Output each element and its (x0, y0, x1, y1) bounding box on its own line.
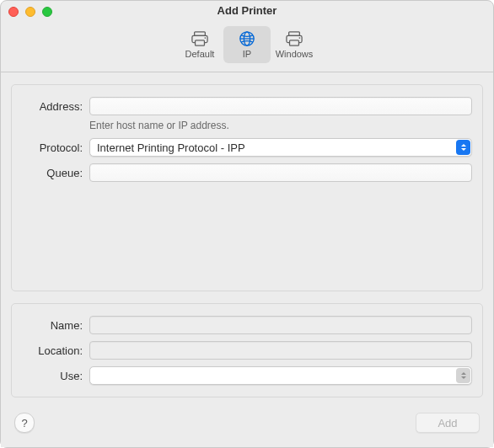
use-label: Use: (22, 370, 89, 382)
printer-icon (191, 30, 209, 47)
svg-rect-2 (196, 40, 205, 45)
queue-label: Queue: (22, 167, 89, 179)
network-panel: Address: Enter host name or IP address. … (11, 84, 483, 291)
queue-input[interactable] (89, 163, 472, 182)
name-label: Name: (22, 319, 89, 332)
protocol-select[interactable]: Internet Printing Protocol - IPP (89, 138, 472, 157)
toolbar: Default IP (1, 23, 493, 72)
location-input[interactable] (89, 341, 472, 360)
toolbar-item-label: Windows (276, 49, 314, 59)
add-printer-window: Add Printer Default (0, 0, 494, 448)
toolbar-item-label: IP (243, 49, 251, 59)
chevron-up-down-icon (456, 140, 470, 155)
window-title: Add Printer (1, 4, 493, 17)
address-label: Address: (22, 100, 89, 113)
svg-point-10 (299, 37, 301, 39)
identity-panel: Name: Location: Use: (11, 303, 483, 397)
toolbar-item-default[interactable]: Default (176, 26, 223, 63)
footer: ? Add (1, 398, 493, 447)
svg-point-3 (205, 37, 207, 39)
use-select[interactable] (89, 366, 472, 385)
toolbar-item-label: Default (185, 49, 215, 59)
svg-rect-9 (290, 40, 299, 45)
toolbar-item-ip[interactable]: IP (223, 26, 271, 63)
body: Address: Enter host name or IP address. … (1, 72, 493, 447)
location-label: Location: (22, 344, 89, 357)
toolbar-item-windows[interactable]: Windows (271, 26, 318, 63)
toolbar-segment: Default IP (176, 26, 318, 63)
protocol-label: Protocol: (22, 141, 89, 154)
globe-icon (238, 30, 256, 47)
printer-icon (285, 30, 303, 47)
address-hint: Enter host name or IP address. (22, 120, 472, 131)
protocol-value: Internet Printing Protocol - IPP (97, 141, 245, 154)
chevron-up-down-icon (456, 368, 470, 383)
add-button[interactable]: Add (416, 413, 480, 433)
titlebar: Add Printer (1, 1, 493, 23)
name-input[interactable] (89, 316, 472, 334)
help-button[interactable]: ? (14, 413, 35, 433)
address-input[interactable] (89, 97, 472, 115)
svg-rect-0 (195, 32, 206, 36)
svg-rect-7 (289, 32, 300, 36)
